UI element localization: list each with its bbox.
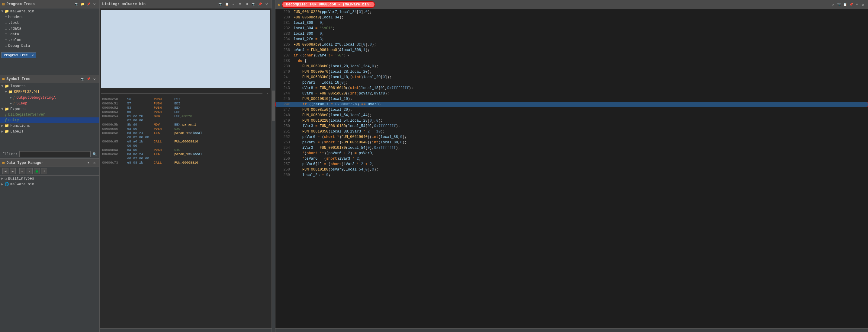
listing-row-606c52[interactable]: 00606c52 53 PUSH EBX bbox=[101, 106, 270, 110]
tree-item-rdata[interactable]: ☐ .rdata bbox=[0, 26, 99, 31]
program-tree-tab[interactable]: Program Tree ✕ bbox=[1, 52, 36, 58]
code-line-233[interactable]: 233 local_300 = 0; bbox=[275, 31, 868, 36]
folder-icon-imports: 📁 bbox=[4, 84, 9, 89]
tree-item-malware-bin[interactable]: ▼ 📁 malware.bin bbox=[0, 8, 99, 14]
program-trees-close-btn[interactable]: ✕ bbox=[92, 1, 97, 7]
program-trees-snapshot-icon[interactable]: 📷 bbox=[74, 2, 79, 7]
code-line-239[interactable]: 239 FUN_00608ab0(local_28,local_2c4,0); bbox=[275, 64, 868, 69]
dt-cursor-btn[interactable]: ↖ bbox=[27, 168, 33, 174]
decompile-expand-icon[interactable]: ▼ bbox=[855, 2, 860, 7]
tree-item-dllregister[interactable]: ƒ DllRegisterServer bbox=[0, 112, 99, 118]
code-line-253[interactable]: 253 psVar9 = (short *)FUN_00619640((int)… bbox=[275, 140, 868, 145]
program-trees-pin-icon[interactable]: 📌 bbox=[86, 2, 91, 7]
code-line-246[interactable]: 246 if ((param_1 ^ 0x38ba5c7b) == uVar8) bbox=[275, 102, 868, 107]
listing-row-606c53[interactable]: 00606c53 55 PUSH EBP bbox=[101, 110, 270, 114]
listing-hscrollbar[interactable] bbox=[100, 328, 272, 332]
code-line-235[interactable]: 235 FUN_00608ab0(local_2f8,local_3c[0],0… bbox=[275, 42, 868, 47]
tree-item-data[interactable]: ☐ .data bbox=[0, 31, 99, 37]
program-tree-tab-close[interactable]: ✕ bbox=[32, 54, 34, 57]
code-line-245[interactable]: 245 FUN_00C10B10(local_10); bbox=[275, 96, 868, 102]
dt-tree-btn[interactable]: 🌲 bbox=[34, 168, 40, 174]
program-trees-folder-icon[interactable]: 📁 bbox=[80, 2, 85, 7]
decompile-snapshot-icon[interactable]: 📷 bbox=[837, 2, 841, 7]
listing-row-606c54[interactable]: 00606c54 81 ec f8 SUB ESP,0x2f8 bbox=[101, 114, 270, 118]
code-line-254[interactable]: 254 iVar3 = FUN_00610180(local_54[0],0x7… bbox=[275, 145, 868, 151]
listing-row-606c73[interactable]: 00606c73 e8 08 1b CALL FUN_00608810 bbox=[101, 161, 270, 165]
tree-item-text[interactable]: ☐ .text bbox=[0, 20, 99, 26]
tree-item-labels[interactable]: ▶ 📁 Labels bbox=[0, 129, 99, 134]
listing-row-606c50[interactable]: 00606c50 56 PUSH ESI bbox=[101, 97, 270, 101]
code-line-257[interactable]: 257 psVar6[1] = (short)iVar3 * 2 + 2; bbox=[275, 162, 868, 167]
code-line-229[interactable]: 229 FUN_00610220(ppsVar7,local_34[0],0); bbox=[275, 9, 868, 15]
code-line-255[interactable]: 255 *(short **)(psVar6 + 2) = psVar9; bbox=[275, 151, 868, 156]
tree-item-kernel32[interactable]: ▼ 📁 KERNEL32.DLL bbox=[0, 89, 99, 95]
tree-item-entry[interactable]: ƒ entry bbox=[0, 118, 99, 123]
code-line-256[interactable]: 256 *psVar6 = (short)iVar3 * 2; bbox=[275, 156, 868, 162]
code-line-242[interactable]: 242 pcVar2 = local_18[0]; bbox=[275, 80, 868, 86]
code-line-232[interactable]: 232 local_304 = '\x01'; bbox=[275, 26, 868, 31]
decompile-hscrollbar[interactable] bbox=[275, 328, 868, 332]
data-type-expand-icon[interactable]: ▼ bbox=[86, 161, 91, 165]
listing-cursor-icon[interactable]: ↖ bbox=[231, 2, 236, 7]
decompile-camera-icon[interactable]: 📋 bbox=[843, 2, 847, 7]
listing-camera-icon[interactable]: 📷 bbox=[251, 2, 256, 7]
tree-item-headers[interactable]: ☐ Headers bbox=[0, 14, 99, 20]
listing-snapshot-icon[interactable]: 📷 bbox=[218, 2, 223, 7]
dt-dots-btn[interactable]: ⋯ bbox=[19, 168, 25, 174]
code-line-234[interactable]: 234 local_2fc = 3; bbox=[275, 36, 868, 42]
tree-item-imports[interactable]: ▼ 📁 Imports bbox=[0, 83, 99, 89]
tree-item-functions[interactable]: ▶ 📁 Functions bbox=[0, 123, 99, 129]
listing-row-606c5b[interactable]: 00606c5b 8b d9 MOV EBX,param_1 bbox=[101, 123, 270, 127]
code-line-237[interactable]: 237 if ((char)uVar4 != '\0') { bbox=[275, 53, 868, 58]
symbol-tree-close-btn[interactable]: ✕ bbox=[92, 77, 97, 82]
listing-snapshot2-icon[interactable]: 📋 bbox=[224, 2, 229, 7]
code-line-258[interactable]: 258 FUN_006101b0(psVar9,local_54[0],0); bbox=[275, 167, 868, 172]
listing-row-606c6a[interactable]: 00606c6a 6a 00 PUSH 0x0 bbox=[101, 148, 270, 152]
listing-row-606c6c[interactable]: 00606c6c 8d 8c 24 LEA param_1=>local bbox=[101, 152, 270, 156]
code-line-243[interactable]: 243 uVar8 = FUN_00616040((uint)local_18[… bbox=[275, 86, 868, 91]
symbol-tree-pin-icon[interactable]: 📌 bbox=[86, 77, 91, 81]
listing-nav-icon[interactable]: 🗓 bbox=[244, 2, 249, 7]
folder-icon-labels: 📁 bbox=[4, 129, 9, 134]
code-line-236[interactable]: 236 uVar4 = FUN_0061cea0(&local_308,1); bbox=[275, 47, 868, 53]
code-line-231[interactable]: 231 local_308 = 0; bbox=[275, 20, 868, 26]
filter-input[interactable] bbox=[19, 151, 91, 157]
tree-item-sleep[interactable]: ▶ ƒ Sleep bbox=[0, 100, 99, 106]
code-line-238[interactable]: 238 do { bbox=[275, 58, 868, 64]
code-line-259[interactable]: 259 local_2c = 0; bbox=[275, 172, 868, 178]
func-icon-sleep: ƒ bbox=[13, 101, 15, 106]
dt-next-btn[interactable]: ▶ bbox=[10, 168, 16, 174]
tree-item-malware-bin-dt[interactable]: ▶ 🌐 malware.bin bbox=[0, 181, 99, 187]
decompile-refresh-icon[interactable]: ↺ bbox=[831, 2, 835, 7]
code-line-248[interactable]: 248 FUN_006088c0(local_54,local_44); bbox=[275, 112, 868, 118]
code-line-244[interactable]: 244 uVar8 = FUN_0061d620((int)pcVar2,uVa… bbox=[275, 91, 868, 96]
code-line-230[interactable]: 230 FUN_00608ca0(local_34); bbox=[275, 15, 868, 20]
listing-pin-icon[interactable]: 📌 bbox=[258, 2, 262, 7]
code-line-252[interactable]: 252 psVar6 = (short *)FUN_00619640((int)… bbox=[275, 134, 868, 140]
code-line-240[interactable]: 240 FUN_00609e70(local_28,local_20); bbox=[275, 69, 868, 74]
code-line-251[interactable]: 251 FUN_00619350(local_88,iVar3 * 2 + 10… bbox=[275, 129, 868, 134]
filter-search-icon[interactable]: 🔍 bbox=[92, 152, 97, 157]
listing-row-606c51[interactable]: 00606c51 57 PUSH EDI bbox=[101, 101, 270, 106]
symbol-tree-snapshot-icon[interactable]: 📷 bbox=[80, 77, 85, 81]
decompile-pin-icon[interactable]: 📌 bbox=[849, 2, 854, 7]
dt-filter-btn[interactable]: ⚡ bbox=[41, 168, 47, 174]
decompile-close-btn[interactable]: ✕ bbox=[861, 2, 866, 7]
tree-item-debug[interactable]: ☐ Debug Data bbox=[0, 43, 99, 48]
listing-row-606c5e[interactable]: 00606c5e 8d 8c 24 LEA param_1=>local bbox=[101, 131, 270, 135]
tree-item-outputdebug[interactable]: ▶ ƒ OutputDebugStringA bbox=[0, 95, 99, 100]
listing-row-606c5c[interactable]: 00606c5c 6a 00 PUSH 0x0 bbox=[101, 127, 270, 131]
listing-close-btn[interactable]: ✕ bbox=[264, 1, 269, 7]
tree-item-builtin[interactable]: ▶ ☐ BuiltInTypes bbox=[0, 176, 99, 181]
dt-prev-btn[interactable]: ◀ bbox=[2, 168, 8, 174]
listing-grid-icon[interactable]: ⊞ bbox=[238, 2, 243, 7]
code-line-241[interactable]: 241 FUN_006083b0(local_18,(uint)local_20… bbox=[275, 74, 868, 80]
tree-item-reloc[interactable]: ☐ .reloc bbox=[0, 37, 99, 43]
code-line-250[interactable]: 250 iVar3 = FUN_00610180(local_54[0],0x7… bbox=[275, 124, 868, 129]
listing-row-606c65[interactable]: 00606c65 e8 a6 1b CALL FUN_00608810 bbox=[101, 139, 270, 144]
tree-item-exports[interactable]: ▼ 📁 Exports bbox=[0, 106, 99, 112]
data-type-close-btn[interactable]: ✕ bbox=[92, 160, 97, 165]
code-line-247[interactable]: 247 FUN_00608ca0(local_20); bbox=[275, 107, 868, 112]
code-line-249[interactable]: 249 FUN_00610220(local_54,local_28[0],0)… bbox=[275, 118, 868, 124]
middle-vscrollbar[interactable] bbox=[272, 0, 275, 332]
